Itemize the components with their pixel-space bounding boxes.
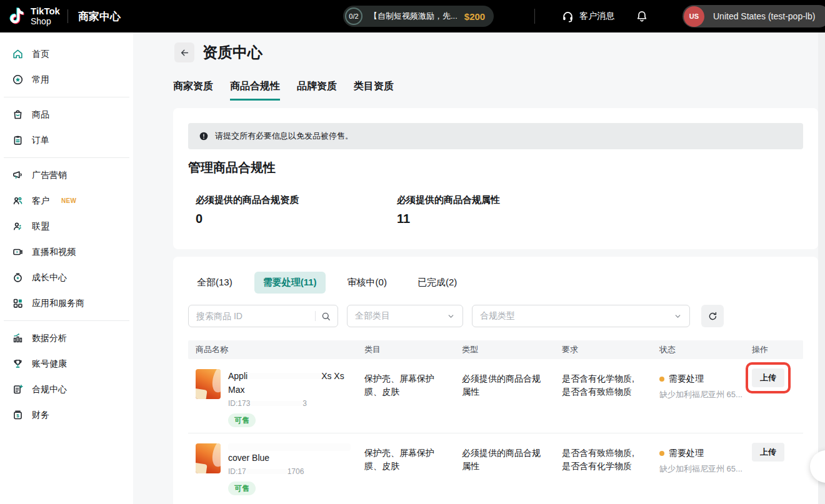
- product-name-fragment: Appli: [228, 369, 248, 383]
- sidebar-item-account-health[interactable]: 账号健康: [0, 351, 133, 377]
- megaphone-icon: [12, 169, 24, 181]
- customer-messages-button[interactable]: 客户消息: [561, 0, 614, 32]
- sidebar-item-label: 直播和视频: [32, 247, 76, 258]
- product-id-fragment: ID:173: [228, 398, 250, 409]
- sidebar-item-growth[interactable]: 成长中心: [0, 265, 133, 290]
- stat-label: 必须提供的商品合规属性: [397, 194, 500, 206]
- col-category: 类目: [357, 344, 454, 355]
- sidebar-item-label: 财务: [32, 410, 49, 421]
- upload-button[interactable]: 上传: [752, 368, 784, 387]
- tab-category-qualification[interactable]: 类目资质: [354, 80, 394, 101]
- status-cell: 需要处理 缺少加利福尼亚州 65...: [652, 433, 744, 504]
- sidebar-item-compliance[interactable]: 合规中心: [0, 377, 133, 402]
- sidebar-divider: [4, 157, 129, 158]
- back-button[interactable]: [174, 42, 194, 62]
- product-name: [228, 443, 351, 451]
- sidebar-item-orders[interactable]: 订单: [0, 127, 133, 153]
- product-thumbnail: [196, 443, 221, 473]
- table-header: 商品名称 类目 类型 要求 状态 操作: [188, 340, 803, 359]
- region-avatar: US: [684, 6, 704, 27]
- product-id-fragment: 1706: [288, 466, 304, 477]
- col-type: 类型: [454, 344, 554, 355]
- topbar-left: TikTok Shop 商家中心: [9, 0, 121, 32]
- sidebar-item-live-video[interactable]: 直播和视频: [0, 239, 133, 265]
- notifications-button[interactable]: [635, 9, 649, 23]
- alert-banner: 请提交所有必要信息以免发品被停售。: [188, 123, 803, 149]
- compliance-type-placeholder: 合规类型: [480, 310, 515, 322]
- sidebar-item-home[interactable]: 首页: [0, 41, 133, 67]
- apps-grid-icon: [12, 297, 24, 309]
- status-tab-to-handle[interactable]: 需要处理(11): [254, 272, 326, 294]
- compliance-doc-icon: [12, 383, 24, 395]
- category-dropdown-value: 全部类目: [355, 310, 390, 322]
- topbar-divider-2: [534, 9, 535, 24]
- refresh-button[interactable]: [701, 305, 724, 327]
- search-input[interactable]: [196, 311, 310, 321]
- clipboard-icon: [12, 134, 24, 146]
- sidebar-item-analytics[interactable]: 数据分析: [0, 325, 133, 351]
- requirement-cell: 是否含有致癌物质, 是否含有化学物质: [554, 433, 652, 504]
- search-icon[interactable]: [321, 311, 331, 322]
- analytics-icon: [12, 332, 24, 344]
- product-cell: cover Blue ID:17 1706 可售: [188, 433, 357, 504]
- status-detail: 缺少加利福尼亚州 65...: [659, 462, 737, 475]
- sidebar-item-products[interactable]: 商品: [0, 102, 133, 127]
- search-box: [188, 305, 338, 327]
- tab-merchant-qualification[interactable]: 商家资质: [173, 80, 213, 101]
- col-status: 状态: [652, 344, 744, 355]
- status-tab-in-review[interactable]: 审核中(0): [339, 272, 396, 294]
- requirement-cell: 是否含有化学物质, 是否含有致癌物质: [554, 359, 652, 433]
- brand-line2: Shop: [31, 16, 51, 26]
- promo-banner[interactable]: 0/2 【自制短视频激励，先... $200: [343, 6, 494, 27]
- star-circle-icon: [12, 74, 24, 86]
- sidebar-item-frequent[interactable]: 常用: [0, 67, 133, 92]
- action-wrap: 上传: [752, 443, 784, 462]
- status-dot-icon: [659, 451, 664, 456]
- upload-button[interactable]: 上传: [752, 443, 784, 462]
- product-name-line2: Max: [228, 383, 344, 397]
- product-name-fragment: Xs Xs: [321, 369, 344, 383]
- sidebar-item-label: 客户: [32, 195, 49, 207]
- sidebar-item-affiliate[interactable]: 联盟: [0, 214, 133, 239]
- status-text: 需要处理: [669, 372, 704, 385]
- tab-product-compliance[interactable]: 商品合规性: [230, 80, 280, 101]
- section-title: 管理商品合规性: [188, 159, 276, 176]
- sidebar-item-ads[interactable]: 广告营销: [0, 162, 133, 188]
- product-cell: Appli Xs Xs Max ID:173 3 可售: [188, 359, 357, 433]
- sidebar-divider: [4, 97, 129, 97]
- stat-value: 0: [196, 212, 299, 226]
- home-icon: [12, 48, 24, 60]
- tab-brand-qualification[interactable]: 品牌资质: [297, 80, 337, 101]
- compliance-type-dropdown[interactable]: 合规类型: [472, 305, 690, 327]
- tiktok-shop-logo[interactable]: TikTok Shop: [9, 6, 60, 26]
- region-selector[interactable]: US United States (test-pop-lb): [682, 5, 825, 27]
- status-tabs: 全部(13) 需要处理(11) 审核中(0) 已完成(2): [188, 272, 466, 294]
- topbar: TikTok Shop 商家中心 0/2 【自制短视频激励，先... $200 …: [0, 0, 825, 32]
- sidebar-item-apps[interactable]: 应用和服务商: [0, 290, 133, 316]
- promo-counter: 0/2: [345, 7, 362, 25]
- sidebar-item-label: 合规中心: [32, 384, 67, 395]
- status-tab-completed[interactable]: 已完成(2): [409, 272, 466, 294]
- sidebar-item-customers[interactable]: 客户 NEW: [0, 188, 133, 214]
- sidebar-item-finance[interactable]: $ 财务: [0, 402, 133, 428]
- page-title: 资质中心: [202, 42, 262, 62]
- status-tab-all[interactable]: 全部(13): [188, 272, 241, 294]
- compliance-table: 商品名称 类目 类型 要求 状态 操作 Appli: [188, 340, 803, 504]
- refresh-icon: [708, 311, 718, 322]
- sidebar-item-label: 首页: [32, 49, 49, 60]
- sidebar-item-label: 成长中心: [32, 272, 67, 284]
- compliance-list-card: 全部(13) 需要处理(11) 审核中(0) 已完成(2) 全部类目: [173, 257, 818, 504]
- stat-label: 必须提供的商品合规资质: [196, 194, 299, 206]
- bell-icon: [635, 9, 649, 23]
- status-cell: 需要处理 缺少加利福尼亚州 65...: [652, 359, 744, 433]
- scrollbar[interactable]: [818, 32, 825, 504]
- sidebar-item-label: 联盟: [32, 221, 49, 232]
- col-action: 操作: [744, 344, 803, 355]
- product-name-line2: cover Blue: [228, 451, 351, 465]
- category-dropdown[interactable]: 全部类目: [347, 305, 463, 327]
- tiktok-note-icon: [9, 7, 26, 26]
- video-icon: [12, 246, 24, 258]
- brand-line1: TikTok: [31, 6, 60, 16]
- sidebar-item-label: 订单: [32, 135, 49, 146]
- alert-text: 请提交所有必要信息以免发品被停售。: [215, 131, 353, 142]
